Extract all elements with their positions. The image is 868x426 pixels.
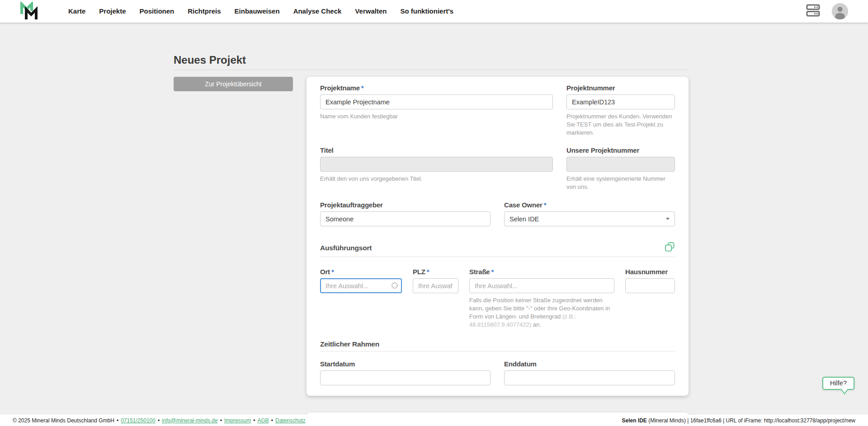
footer-link-phone[interactable]: 07151/250100: [121, 417, 156, 424]
footer-link-email[interactable]: info@mineral-minds.de: [162, 417, 218, 424]
ausfuehrungsort-title: Ausführungsort: [320, 244, 372, 252]
projektnummer-input[interactable]: [566, 94, 675, 109]
mineral-minds-logo-icon[interactable]: [20, 2, 39, 21]
field-projektname: Projektname* Name vom Kunden festlegbar: [320, 84, 553, 137]
navbar-right: [806, 3, 848, 19]
form-row-titel-unsere: Titel Erhält den von uns vorgegebenen Ti…: [320, 146, 675, 191]
footer-link-impressum[interactable]: Impressum: [224, 417, 251, 424]
footer-session-user: Selen IDE: [622, 417, 647, 424]
title-divider: [174, 70, 689, 70]
strasse-label: Straße*: [469, 268, 614, 276]
page-title: Neues Projekt: [174, 53, 689, 66]
required-marker: *: [491, 268, 494, 276]
project-overview-button[interactable]: Zur Projektübersicht: [174, 77, 293, 91]
chevron-down-icon: [666, 218, 670, 220]
projektname-label: Projektname*: [320, 84, 553, 92]
field-ort: Ort*: [320, 268, 402, 329]
main-navigation: Karte Projekte Positionen Richtpreis Ein…: [61, 0, 460, 23]
enddatum-label: Enddatum: [504, 360, 675, 368]
form-row-location: Ort* PLZ* Straße* Falls die Position kei…: [320, 268, 675, 329]
nav-item-karte[interactable]: Karte: [61, 0, 92, 23]
footer-link-datenschutz[interactable]: Datenschutz: [275, 417, 306, 424]
form-row-auftraggeber-owner: Projektauftraggeber Case Owner* Selen ID…: [320, 201, 675, 226]
unsere-projektnummer-helper: Erhält eine systemgenerierte Nummer von …: [566, 175, 675, 191]
titel-input: [320, 157, 553, 172]
required-marker: *: [544, 201, 547, 209]
enddatum-input[interactable]: [504, 370, 675, 385]
projektname-input[interactable]: [320, 94, 553, 109]
field-projektnummer: Projektnummer Projektnummer des Kunden. …: [566, 84, 675, 137]
field-startdatum: Startdatum: [320, 360, 491, 385]
zeitlicher-rahmen-title: Zeitlicher Rahmen: [320, 340, 379, 348]
nav-item-einbauweisen[interactable]: Einbauweisen: [228, 0, 287, 23]
hausnummer-label: Hausnummer: [625, 268, 675, 276]
footer-right: Selen IDE (Mineral Minds) | 16fae1ffc6a6…: [622, 417, 856, 424]
nav-item-analyse-check[interactable]: Analyse Check: [287, 0, 349, 23]
titel-helper: Erhält den von uns vorgegebenen Titel.: [320, 175, 553, 183]
nav-item-positionen[interactable]: Positionen: [133, 0, 181, 23]
case-owner-select[interactable]: Selen IDE: [504, 211, 675, 226]
copy-icon[interactable]: [665, 242, 675, 254]
projektauftraggeber-label: Projektauftraggeber: [320, 201, 491, 209]
unsere-projektnummer-label: Unsere Projektnummer: [566, 146, 675, 154]
required-marker: *: [331, 268, 334, 276]
nav-item-richtpreis[interactable]: Richtpreis: [181, 0, 227, 23]
nav-item-so-funktionierts[interactable]: So funktioniert's: [393, 0, 460, 23]
server-icon[interactable]: [806, 4, 820, 19]
form-row-name-number: Projektname* Name vom Kunden festlegbar …: [320, 84, 675, 137]
startdatum-label: Startdatum: [320, 360, 491, 368]
nav-item-verwalten[interactable]: Verwalten: [348, 0, 393, 23]
case-owner-label: Case Owner*: [504, 201, 675, 209]
strasse-input[interactable]: [469, 278, 614, 293]
field-hausnummer: Hausnummer: [625, 268, 675, 329]
user-avatar-icon[interactable]: [832, 3, 848, 19]
field-plz: PLZ*: [413, 268, 458, 329]
titel-label: Titel: [320, 146, 553, 154]
nav-item-projekte[interactable]: Projekte: [92, 0, 132, 23]
field-enddatum: Enddatum: [504, 360, 675, 385]
field-titel: Titel Erhält den von uns vorgegebenen Ti…: [320, 146, 553, 191]
field-strasse: Straße* Falls die Position keiner Straße…: [469, 268, 614, 329]
projektnummer-label: Projektnummer: [566, 84, 675, 92]
spinner-icon: [392, 282, 398, 289]
projektname-helper: Name vom Kunden festlegbar: [320, 112, 553, 121]
field-projektauftraggeber: Projektauftraggeber: [320, 201, 491, 226]
field-case-owner: Case Owner* Selen IDE: [504, 201, 675, 226]
footer-link-agb[interactable]: AGB: [257, 417, 269, 424]
case-owner-value: Selen IDE: [509, 215, 539, 223]
left-column: Zur Projektübersicht: [174, 77, 293, 91]
ort-input[interactable]: [320, 278, 402, 293]
unsere-projektnummer-input: [566, 157, 675, 172]
footer: © 2025 Mineral Minds Deutschland GmbH•07…: [0, 415, 868, 426]
projektauftraggeber-input[interactable]: [320, 211, 491, 226]
new-project-form-card: Projektname* Name vom Kunden festlegbar …: [307, 77, 689, 396]
strasse-helper: Falls die Position keiner Straße zugeord…: [469, 296, 614, 329]
hausnummer-input[interactable]: [625, 278, 675, 293]
footer-left: © 2025 Mineral Minds Deutschland GmbH•07…: [13, 417, 306, 424]
plz-label: PLZ*: [413, 268, 458, 276]
startdatum-input[interactable]: [320, 370, 491, 385]
form-row-dates: Startdatum Enddatum: [320, 360, 675, 385]
field-unsere-projektnummer: Unsere Projektnummer Erhält eine systemg…: [566, 146, 675, 191]
page-content: Neues Projekt Zur Projektübersicht Proje…: [174, 23, 689, 426]
ort-label: Ort*: [320, 268, 402, 276]
section-ausfuehrungsort: Ausführungsort: [320, 242, 675, 257]
section-zeitlicher-rahmen: Zeitlicher Rahmen: [320, 340, 675, 351]
footer-session-info: (Mineral Minds) | 16fae1ffc6a6 | URL of …: [647, 417, 855, 424]
plz-input[interactable]: [413, 278, 458, 293]
projektnummer-helper: Projektnummer des Kunden. Verwenden Sie …: [566, 112, 675, 137]
required-marker: *: [361, 84, 364, 92]
required-marker: *: [427, 268, 429, 276]
top-navbar: Karte Projekte Positionen Richtpreis Ein…: [0, 0, 868, 23]
footer-copyright: © 2025 Mineral Minds Deutschland GmbH: [13, 417, 114, 424]
help-button[interactable]: Hilfe?: [822, 377, 854, 390]
